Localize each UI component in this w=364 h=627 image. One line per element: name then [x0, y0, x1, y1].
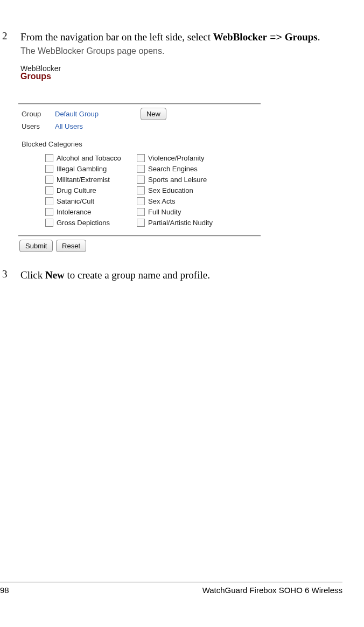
step-2: 2 From the navigation bar on the left si… — [0, 30, 342, 57]
category-row: Drug Culture — [45, 186, 137, 194]
category-label: Sex Acts — [148, 197, 176, 205]
divider — [18, 103, 261, 104]
category-row: Illegal Gambling — [45, 165, 137, 173]
checkbox[interactable] — [45, 186, 53, 194]
period: . — [318, 31, 320, 43]
new-button[interactable]: New — [141, 108, 166, 120]
category-row: Search Engines — [137, 165, 228, 173]
category-label: Violence/Profanity — [148, 154, 205, 162]
category-row: Militant/Extremist — [45, 176, 137, 184]
reset-button[interactable]: Reset — [56, 240, 86, 252]
categories-col-1: Alcohol and Tobacco Illegal Gambling Mil… — [45, 151, 137, 229]
checkbox[interactable] — [45, 176, 53, 184]
category-row: Sex Education — [137, 186, 228, 194]
category-row: Intolerance — [45, 208, 137, 216]
category-label: Sports and Leisure — [148, 176, 207, 184]
checkbox[interactable] — [137, 186, 145, 194]
page-footer: 98 WatchGuard Firebox SOHO 6 Wireless — [0, 582, 342, 595]
step-number: 3 — [0, 268, 20, 282]
group-value[interactable]: Default Group — [55, 110, 99, 118]
category-label: Search Engines — [148, 165, 198, 173]
checkbox[interactable] — [137, 219, 145, 227]
category-label: Illegal Gambling — [57, 165, 107, 173]
checkbox[interactable] — [137, 154, 145, 162]
group-label: Group — [18, 110, 55, 118]
divider — [18, 235, 261, 236]
webblocker-screenshot: WebBlocker Groups Group Default Group Ne… — [18, 64, 261, 252]
step-text: From the navigation bar on the left side… — [20, 31, 213, 43]
users-row: Users All Users — [18, 122, 261, 130]
category-row: Alcohol and Tobacco — [45, 154, 137, 162]
screenshot-title-groups: Groups — [18, 72, 261, 81]
nav-path-groups: Groups — [285, 31, 318, 43]
category-row: Full Nudity — [137, 208, 228, 216]
category-label: Partial/Artistic Nudity — [148, 219, 213, 227]
checkbox[interactable] — [45, 219, 53, 227]
button-row: Submit Reset — [19, 240, 261, 252]
users-label: Users — [18, 122, 55, 130]
category-row: Satanic/Cult — [45, 197, 137, 205]
category-row: Partial/Artistic Nudity — [137, 219, 228, 227]
category-label: Gross Depictions — [57, 219, 110, 227]
categories-grid: Alcohol and Tobacco Illegal Gambling Mil… — [45, 151, 261, 229]
category-row: Sports and Leisure — [137, 176, 228, 184]
step-text-pre: Click — [20, 269, 45, 281]
categories-col-2: Violence/Profanity Search Engines Sports… — [137, 151, 228, 229]
nav-path-webblocker: WebBlocker — [213, 31, 267, 43]
checkbox[interactable] — [137, 208, 145, 216]
blocked-categories-label: Blocked Categories — [22, 140, 261, 148]
checkbox[interactable] — [45, 197, 53, 205]
group-row: Group Default Group New — [18, 108, 261, 120]
category-label: Full Nudity — [148, 208, 181, 216]
category-label: Militant/Extremist — [57, 176, 110, 184]
checkbox[interactable] — [137, 165, 145, 173]
category-label: Intolerance — [57, 208, 91, 216]
step-number: 2 — [0, 30, 20, 57]
footer-title: WatchGuard Firebox SOHO 6 Wireless — [22, 586, 342, 595]
nav-arrow: => — [267, 31, 285, 43]
category-label: Drug Culture — [57, 186, 96, 194]
checkbox[interactable] — [45, 208, 53, 216]
checkbox[interactable] — [137, 176, 145, 184]
step-result: The WebBlocker Groups page opens. — [20, 45, 342, 57]
users-value[interactable]: All Users — [55, 122, 83, 130]
step-text-post: to create a group name and profile. — [65, 269, 210, 281]
checkbox[interactable] — [45, 154, 53, 162]
category-row: Gross Depictions — [45, 219, 137, 227]
step-body: Click New to create a group name and pro… — [20, 268, 342, 282]
new-bold: New — [45, 269, 65, 281]
submit-button[interactable]: Submit — [19, 240, 53, 252]
step-body: From the navigation bar on the left side… — [20, 30, 342, 57]
step-3: 3 Click New to create a group name and p… — [0, 268, 342, 282]
category-label: Alcohol and Tobacco — [57, 154, 121, 162]
category-row: Violence/Profanity — [137, 154, 228, 162]
category-row: Sex Acts — [137, 197, 228, 205]
category-label: Satanic/Cult — [57, 197, 94, 205]
category-label: Sex Education — [148, 186, 193, 194]
checkbox[interactable] — [137, 197, 145, 205]
page-number: 98 — [0, 586, 22, 595]
checkbox[interactable] — [45, 165, 53, 173]
